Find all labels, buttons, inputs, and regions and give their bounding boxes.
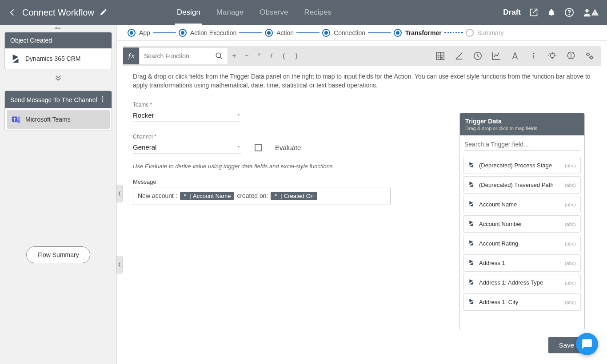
trigger-field-type: (abc): [565, 163, 576, 168]
step-indicator: [128, 29, 136, 37]
trigger-search-input[interactable]: [464, 138, 580, 151]
trigger-field-item[interactable]: Address 1: City(abc): [463, 293, 581, 311]
field-source-icon: [468, 220, 475, 228]
op-paren-open[interactable]: (: [278, 52, 290, 60]
action-card-title: Send Message To The Channel: [10, 96, 97, 103]
idea-icon[interactable]: [547, 51, 557, 61]
trigger-field-name: (Deprecated) Process Stage: [479, 162, 552, 169]
svg-point-4: [102, 99, 104, 100]
trigger-field-type: (abc): [565, 222, 576, 227]
warning-icon[interactable]: [590, 8, 600, 17]
trigger-panel-title: Trigger Data: [465, 118, 579, 125]
trigger-field-name: Address 1: Address Type: [479, 279, 543, 286]
message-text-1: New account :: [138, 192, 177, 199]
teams-icon: T: [11, 115, 21, 124]
chevron-down-icon: [236, 144, 241, 150]
trigger-field-type: (abc): [565, 261, 576, 266]
notifications-icon[interactable]: [547, 8, 556, 17]
channel-value: General: [133, 143, 156, 151]
svg-point-2: [585, 9, 588, 12]
evaluate-checkbox[interactable]: [255, 144, 262, 151]
step-indicator: [265, 29, 273, 37]
text-icon[interactable]: [510, 51, 520, 61]
help-icon[interactable]: [564, 8, 574, 17]
trigger-field-item[interactable]: (Deprecated) Process Stage(abc): [463, 157, 581, 174]
trigger-field-item[interactable]: (Deprecated) Traversed Path(abc): [463, 176, 581, 194]
channel-dropdown[interactable]: General: [133, 142, 241, 154]
panel-collapse-handle-1[interactable]: [116, 185, 123, 202]
search-icon: [215, 52, 223, 60]
svg-point-1: [569, 14, 569, 15]
trigger-field-type: (abc): [565, 202, 576, 207]
step-indicator: [322, 29, 330, 37]
step-connection[interactable]: Connection: [334, 29, 365, 36]
tab-design[interactable]: Design: [175, 0, 202, 25]
action-card[interactable]: Send Message To The Channel T Microsoft …: [4, 91, 112, 131]
flow-direction-icon[interactable]: [4, 73, 112, 84]
clock-icon[interactable]: [473, 51, 483, 61]
math-icon[interactable]: [435, 51, 445, 61]
gears-icon[interactable]: [585, 51, 595, 61]
trigger-card[interactable]: Object Created Dynamics 365 CRM: [4, 32, 112, 69]
info-icon[interactable]: [529, 51, 539, 61]
teams-dropdown[interactable]: Rocker: [133, 110, 241, 122]
chart-icon[interactable]: [491, 51, 501, 61]
fx-icon[interactable]: ƒx: [123, 47, 139, 64]
op-paren-close[interactable]: ): [290, 52, 303, 60]
step-app[interactable]: App: [139, 29, 150, 36]
trigger-data-panel: Trigger Data Drag & drop or click to map…: [459, 113, 585, 330]
trigger-field-item[interactable]: Address 1(abc): [463, 254, 581, 272]
back-icon[interactable]: [7, 7, 18, 18]
collapse-top-icon[interactable]: [54, 24, 63, 29]
tab-manage[interactable]: Manage: [215, 0, 245, 25]
tab-observe[interactable]: Observe: [258, 0, 290, 25]
brain-icon[interactable]: [566, 51, 576, 61]
trigger-field-name: Address 1: [479, 260, 505, 266]
field-source-icon: [468, 298, 475, 306]
trigger-field-item[interactable]: Account Rating(abc): [463, 235, 581, 252]
dynamics-icon: [11, 54, 21, 63]
action-app-name: Microsoft Teams: [25, 116, 71, 123]
trigger-field-name: Account Number: [479, 221, 522, 227]
step-action-execution[interactable]: Action Execution: [190, 29, 236, 36]
angle-icon[interactable]: [454, 51, 464, 61]
token-source-icon: [274, 193, 279, 199]
step-transformer[interactable]: Transformer: [405, 29, 442, 36]
step-indicator: [394, 29, 402, 37]
field-source-icon: [468, 279, 475, 286]
function-search[interactable]: [139, 47, 228, 64]
tab-recipes[interactable]: Recipes: [303, 0, 333, 25]
field-source-icon: [468, 181, 475, 189]
message-text-2: created on:: [237, 192, 268, 199]
trigger-field-item[interactable]: Account Name(abc): [463, 196, 581, 213]
teams-label: Teams *: [133, 102, 591, 108]
svg-point-15: [590, 56, 593, 59]
trigger-field-type: (abc): [565, 241, 576, 246]
field-source-icon: [468, 201, 475, 208]
card-menu-icon[interactable]: [99, 95, 106, 104]
op-minus[interactable]: −: [240, 52, 253, 60]
open-external-icon[interactable]: [529, 8, 539, 17]
op-multiply[interactable]: *: [253, 52, 265, 60]
chat-widget-icon[interactable]: [576, 333, 598, 355]
op-plus[interactable]: +: [228, 52, 240, 60]
step-progress-bar: App Action Execution Action Connection T…: [117, 25, 607, 41]
edit-title-icon[interactable]: [100, 8, 108, 17]
step-action[interactable]: Action: [276, 29, 294, 36]
flow-summary-button[interactable]: Flow Summary: [26, 246, 90, 263]
trigger-field-name: (Deprecated) Traversed Path: [479, 182, 554, 188]
message-input[interactable]: New account : | Account Name created on:…: [133, 187, 391, 205]
token-created-on[interactable]: | Created On: [271, 192, 317, 200]
function-search-input[interactable]: [144, 52, 211, 59]
trigger-field-item[interactable]: Account Number(abc): [463, 215, 581, 233]
token-account-name[interactable]: | Account Name: [180, 192, 235, 200]
svg-point-8: [18, 117, 20, 119]
step-summary[interactable]: Summary: [477, 29, 504, 36]
trigger-field-type: (abc): [565, 280, 576, 285]
left-sidebar: Object Created Dynamics 365 CRM Send Mes…: [0, 25, 117, 364]
field-source-icon: [468, 162, 475, 169]
panel-collapse-handle-2[interactable]: [116, 256, 123, 273]
trigger-field-item[interactable]: Address 1: Address Type(abc): [463, 274, 581, 291]
op-divide[interactable]: /: [265, 52, 278, 60]
trigger-field-list[interactable]: (Deprecated) Process Stage(abc)(Deprecat…: [460, 154, 584, 330]
